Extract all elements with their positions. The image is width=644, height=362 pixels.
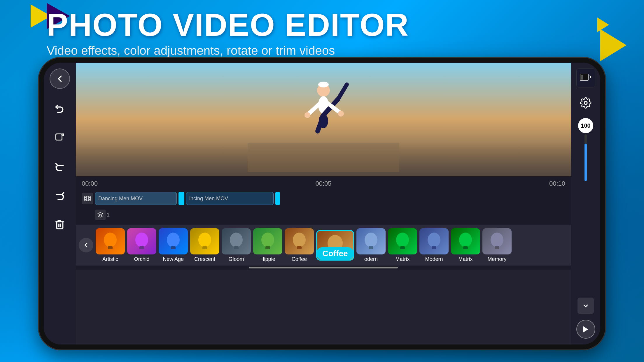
svg-rect-24 <box>108 246 113 249</box>
volume-fill <box>584 144 587 181</box>
export-right-button[interactable] <box>576 68 595 87</box>
svg-point-47 <box>491 233 503 247</box>
svg-point-31 <box>230 233 243 247</box>
undo-button[interactable] <box>50 98 70 118</box>
redo-back-button[interactable] <box>50 156 70 176</box>
svg-rect-36 <box>297 246 302 249</box>
delete-button[interactable] <box>50 214 70 235</box>
effect-thumb-coffee <box>285 228 314 254</box>
back-button[interactable] <box>50 68 70 89</box>
back-icon <box>55 73 65 84</box>
svg-point-33 <box>261 233 274 247</box>
play-icon <box>582 325 590 333</box>
effect-label-gloom: Gloom <box>228 256 244 262</box>
effect-thumb-matrix2 <box>451 228 480 254</box>
balloon-artistic <box>102 231 119 252</box>
effect-label-artistic: Artistic <box>102 256 118 262</box>
effect-label-matrix: Matrix <box>396 256 410 262</box>
svg-point-29 <box>198 233 211 247</box>
app-title: PHOTO VIDEO EDITOR <box>47 9 409 41</box>
svg-point-41 <box>396 233 409 247</box>
effect-item-modern[interactable]: odern <box>356 228 386 262</box>
overlay-track-row: 1 <box>82 209 565 221</box>
balloon-coffee <box>290 231 308 252</box>
effect-thumb-new-age <box>159 228 188 254</box>
svg-point-25 <box>135 233 148 247</box>
effect-label-new-age: New Age <box>163 256 184 262</box>
effect-item-crescent[interactable]: Crescent <box>190 228 219 262</box>
svg-rect-32 <box>234 246 239 249</box>
clip-border-cyan <box>178 192 184 205</box>
settings-button[interactable] <box>576 93 595 112</box>
video-preview <box>76 63 571 176</box>
video-track-icon <box>82 193 93 204</box>
svg-point-35 <box>293 233 306 247</box>
svg-rect-48 <box>495 246 499 249</box>
balloon-memory <box>488 231 506 252</box>
redo-forward-button[interactable] <box>50 185 70 205</box>
effect-label-modern2: Modern <box>425 256 443 262</box>
svg-point-14 <box>338 111 344 117</box>
volume-value: 100 <box>578 118 593 133</box>
effect-thumb-artistic <box>96 228 125 254</box>
effect-thumb-matrix <box>388 228 417 254</box>
effect-item-coffee-selected[interactable]: Coffee <box>316 230 354 261</box>
left-sidebar <box>44 63 76 345</box>
film-icon <box>84 195 91 202</box>
effect-item-orchid[interactable]: Orchid <box>127 228 156 262</box>
svg-point-15 <box>318 82 329 87</box>
right-sidebar: 100 <box>571 63 600 345</box>
effect-thumb-orchid <box>127 228 156 254</box>
video-track-row: Dancing Men.MOV lncing Men.MOV Break Dan… <box>82 190 565 207</box>
effect-label-matrix2: Matrix <box>459 256 473 262</box>
svg-rect-16 <box>85 196 90 201</box>
scroll-indicator[interactable] <box>249 267 398 268</box>
effect-thumb-gloom <box>222 228 251 254</box>
svg-point-27 <box>167 233 180 247</box>
clip-1-label: Dancing Men.MOV <box>98 196 143 202</box>
effect-item-new-age[interactable]: New Age <box>159 228 188 262</box>
trash-icon <box>55 219 65 230</box>
svg-rect-46 <box>463 246 468 249</box>
play-button[interactable] <box>576 320 595 339</box>
video-frame <box>76 63 571 176</box>
effect-item-memory[interactable]: Memory <box>482 228 512 262</box>
svg-rect-40 <box>369 246 373 249</box>
collapse-button[interactable] <box>578 298 594 314</box>
effect-item-hippie[interactable]: Hippie <box>253 228 282 262</box>
coffee-selected-tooltip: Coffee <box>316 247 354 260</box>
effects-strip: Artistic Orchid <box>76 225 571 266</box>
triangle-yellow-small-icon <box>597 17 609 32</box>
timestamp-5: 00:05 <box>315 180 331 187</box>
effect-item-modern2[interactable]: Modern <box>419 228 449 262</box>
balloon-gloom <box>228 231 245 252</box>
volume-slider[interactable]: 100 <box>578 118 593 292</box>
timestamp-0: 00:00 <box>82 180 98 187</box>
effect-label-memory: Memory <box>487 256 506 262</box>
effect-item-artistic[interactable]: Artistic <box>96 228 125 262</box>
svg-rect-28 <box>171 246 176 249</box>
effect-item-gloom[interactable]: Gloom <box>222 228 251 262</box>
svg-rect-30 <box>202 246 207 249</box>
timeline-area: 00:00 00:05 00:10 <box>76 176 571 225</box>
redo-forward-icon <box>55 190 65 201</box>
effect-item-matrix[interactable]: Matrix <box>388 228 417 262</box>
svg-rect-50 <box>581 75 583 80</box>
effect-item-coffee[interactable]: Coffee <box>285 228 314 262</box>
svg-rect-44 <box>432 246 436 249</box>
balloon-modern2 <box>425 231 443 252</box>
export-button[interactable] <box>50 127 70 147</box>
effects-back-button[interactable] <box>79 238 93 252</box>
volume-track[interactable] <box>584 134 587 181</box>
effect-item-matrix2[interactable]: Matrix <box>451 228 480 262</box>
clip-2[interactable]: lncing Men.MOV Break Dancing <box>186 192 274 205</box>
clip-1[interactable]: Dancing Men.MOV <box>95 192 177 205</box>
svg-rect-26 <box>139 246 144 249</box>
effect-label-orchid: Orchid <box>134 256 149 262</box>
timestamp-10: 00:10 <box>549 180 565 187</box>
timeline-timestamps: 00:00 00:05 00:10 <box>82 180 565 187</box>
svg-point-23 <box>104 233 117 247</box>
phone-container: 00:00 00:05 00:10 <box>38 57 606 350</box>
overlay-count-label: 1 <box>107 212 110 218</box>
undo-icon <box>55 103 65 113</box>
